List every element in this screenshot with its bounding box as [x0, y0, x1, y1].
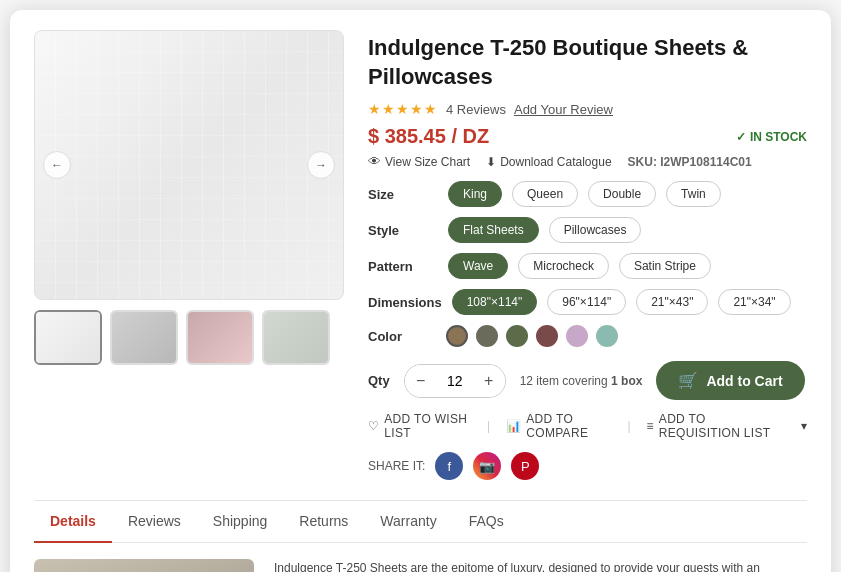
color-swatch-5[interactable] [566, 325, 588, 347]
pattern-microcheck[interactable]: Microcheck [518, 253, 609, 279]
qty-plus-button[interactable]: + [473, 365, 505, 397]
qty-cart-row: Qty − + 12 item covering 1 box 🛒 Add to … [368, 361, 807, 400]
dim-21x43[interactable]: 21"×43" [636, 289, 708, 315]
product-price: $ 385.45 / DZ [368, 125, 489, 148]
thumbnail-1[interactable] [34, 310, 102, 365]
size-twin[interactable]: Twin [666, 181, 721, 207]
facebook-share-button[interactable]: f [435, 452, 463, 480]
sku-info: SKU: I2WP108114C01 [628, 155, 752, 169]
add-to-wish-list-link[interactable]: ♡ ADD TO WISH LIST [368, 412, 471, 440]
image-section: ← → [34, 30, 344, 480]
qty-input[interactable] [437, 373, 473, 389]
actions-row: ♡ ADD TO WISH LIST | 📊 ADD TO COMPARE | … [368, 412, 807, 440]
product-info: Indulgence T-250 Boutique Sheets & Pillo… [368, 30, 807, 480]
dim-21x34[interactable]: 21"×34" [718, 289, 790, 315]
dim-108x114[interactable]: 108"×114" [452, 289, 538, 315]
add-to-compare-link[interactable]: 📊 ADD TO COMPARE [506, 412, 611, 440]
size-queen[interactable]: Queen [512, 181, 578, 207]
pattern-label: Pattern [368, 259, 438, 274]
cart-icon: 🛒 [678, 371, 698, 390]
color-swatch-3[interactable] [506, 325, 528, 347]
add-to-cart-button[interactable]: 🛒 Add to Cart [656, 361, 804, 400]
color-swatch-2[interactable] [476, 325, 498, 347]
share-label: SHARE IT: [368, 459, 425, 473]
size-king[interactable]: King [448, 181, 502, 207]
color-swatch-6[interactable] [596, 325, 618, 347]
heart-icon: ♡ [368, 419, 379, 433]
tab-reviews[interactable]: Reviews [112, 501, 197, 543]
dimensions-option-row: Dimensions 108"×114" 96"×114" 21"×43" 21… [368, 289, 807, 315]
dim-96x114[interactable]: 96"×114" [547, 289, 626, 315]
meta-row: 👁 View Size Chart ⬇ Download Catalogue S… [368, 154, 807, 169]
product-top: ← → Indulgence T-250 Bou [34, 30, 807, 480]
download-catalogue-link[interactable]: ⬇ Download Catalogue [486, 155, 611, 169]
qty-label: Qty [368, 373, 390, 388]
style-option-row: Style Flat Sheets Pillowcases [368, 217, 807, 243]
thumbnail-2[interactable] [110, 310, 178, 365]
tab-content: Indulgence T-250 Sheets are the epitome … [34, 543, 807, 572]
rating-row: ★★★★★ 4 Reviews Add Your Review [368, 101, 807, 117]
pattern-option-row: Pattern Wave Microcheck Satin Stripe [368, 253, 807, 279]
tab-returns[interactable]: Returns [283, 501, 364, 543]
thumbnail-4[interactable] [262, 310, 330, 365]
pattern-wave[interactable]: Wave [448, 253, 508, 279]
add-review-link[interactable]: Add Your Review [514, 102, 613, 117]
tab-faqs[interactable]: FAQs [453, 501, 520, 543]
thumbnail-row [34, 310, 344, 365]
tabs-section: Details Reviews Shipping Returns Warrant… [34, 500, 807, 572]
add-to-requisition-link[interactable]: ≡ ADD TO REQUISITION LIST [647, 412, 785, 440]
size-label: Size [368, 187, 438, 202]
pinterest-share-button[interactable]: P [511, 452, 539, 480]
dimensions-label: Dimensions [368, 295, 442, 310]
product-description: Indulgence T-250 Sheets are the epitome … [274, 559, 807, 572]
pattern-satin-stripe[interactable]: Satin Stripe [619, 253, 711, 279]
qty-control: − + [404, 364, 506, 398]
tab-warranty[interactable]: Warranty [364, 501, 452, 543]
instagram-share-button[interactable]: 📷 [473, 452, 501, 480]
tab-details[interactable]: Details [34, 501, 112, 543]
tabs-row: Details Reviews Shipping Returns Warrant… [34, 501, 807, 543]
qty-minus-button[interactable]: − [405, 365, 437, 397]
price-row: $ 385.45 / DZ IN STOCK [368, 125, 807, 148]
style-label: Style [368, 223, 438, 238]
style-pillowcases[interactable]: Pillowcases [549, 217, 642, 243]
star-rating: ★★★★★ [368, 101, 438, 117]
view-size-chart-link[interactable]: 👁 View Size Chart [368, 154, 470, 169]
requisition-dropdown-icon[interactable]: ▾ [801, 419, 807, 433]
list-icon: ≡ [647, 419, 654, 433]
thumbnail-3[interactable] [186, 310, 254, 365]
page-container: ← → Indulgence T-250 Bou [10, 10, 831, 572]
product-title: Indulgence T-250 Boutique Sheets & Pillo… [368, 34, 807, 91]
size-double[interactable]: Double [588, 181, 656, 207]
color-swatch-1[interactable] [446, 325, 468, 347]
box-info: 12 item covering 1 box [520, 374, 643, 388]
color-option-row: Color [368, 325, 807, 347]
color-swatch-4[interactable] [536, 325, 558, 347]
download-icon: ⬇ [486, 155, 496, 169]
style-flat-sheets[interactable]: Flat Sheets [448, 217, 539, 243]
stock-badge: IN STOCK [736, 130, 807, 144]
eye-icon: 👁 [368, 154, 381, 169]
next-image-button[interactable]: → [307, 151, 335, 179]
main-product-image: ← → [34, 30, 344, 300]
color-label: Color [368, 329, 438, 344]
review-count: 4 Reviews [446, 102, 506, 117]
size-option-row: Size King Queen Double Twin [368, 181, 807, 207]
share-row: SHARE IT: f 📷 P [368, 452, 807, 480]
compare-icon: 📊 [506, 419, 521, 433]
prev-image-button[interactable]: ← [43, 151, 71, 179]
tab-shipping[interactable]: Shipping [197, 501, 284, 543]
product-detail-image [34, 559, 254, 572]
